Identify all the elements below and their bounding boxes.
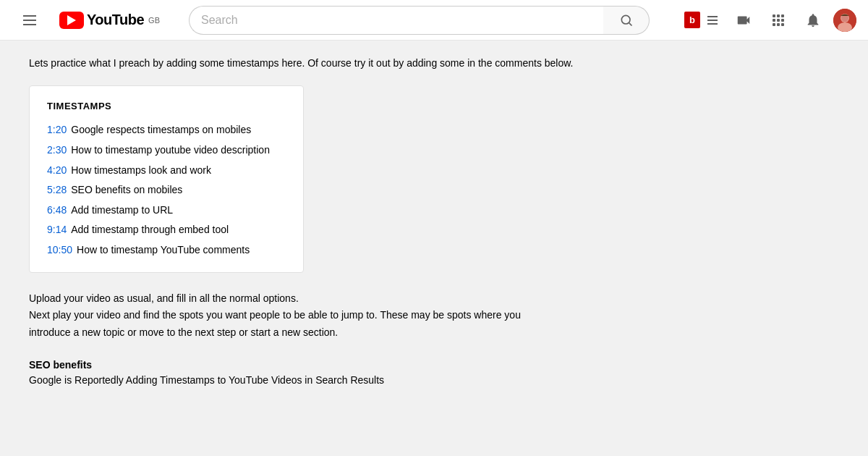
youtube-wordmark: YouTube bbox=[87, 12, 144, 28]
timestamp-item: 4:20How timestamps look and work bbox=[47, 164, 286, 178]
header: YouTubeGB b bbox=[0, 0, 868, 41]
timestamp-link[interactable]: 6:48 bbox=[47, 203, 67, 218]
seo-section: SEO benefits Google is Reportedly Adding… bbox=[29, 359, 839, 387]
camera-icon bbox=[736, 12, 752, 28]
header-left: YouTubeGB bbox=[12, 4, 160, 37]
timestamp-item: 9:14Add timestamp through embed tool bbox=[47, 223, 286, 237]
upload-button[interactable] bbox=[729, 6, 758, 35]
avatar-image bbox=[833, 9, 856, 32]
timestamp-description: Add timestamp through embed tool bbox=[71, 223, 229, 237]
timestamp-description: Add timestamp to URL bbox=[71, 203, 173, 218]
svg-line-1 bbox=[629, 22, 631, 25]
search-form bbox=[189, 6, 650, 35]
header-search bbox=[189, 6, 650, 35]
upload-instruction-line: Next play your video and find the spots … bbox=[29, 309, 521, 338]
timestamp-item: 6:48Add timestamp to URL bbox=[47, 203, 286, 218]
timestamp-item: 10:50How to timestamp YouTube comments bbox=[47, 243, 286, 258]
search-input[interactable] bbox=[189, 6, 603, 35]
hamburger-icon bbox=[17, 9, 42, 31]
grid-icon bbox=[773, 14, 784, 26]
subscriptions-button[interactable]: b bbox=[678, 6, 723, 35]
timestamp-link[interactable]: 4:20 bbox=[47, 164, 67, 178]
hamburger-menu-button[interactable] bbox=[12, 4, 48, 37]
timestamp-item: 2:30How to timestamp youtube video descr… bbox=[47, 143, 286, 158]
timestamp-description: How to timestamp YouTube comments bbox=[77, 243, 250, 258]
timestamp-link[interactable]: 2:30 bbox=[47, 143, 67, 158]
search-icon bbox=[619, 13, 634, 28]
upload-instruction-line: Upload your video as usual, and fill in … bbox=[29, 292, 299, 304]
timestamp-item: 1:20Google respects timestamps on mobile… bbox=[47, 123, 286, 138]
seo-link[interactable]: Google is Reportedly Adding Timestamps t… bbox=[29, 374, 384, 386]
apps-button[interactable] bbox=[764, 6, 793, 35]
timestamps-title: TIMESTAMPS bbox=[47, 101, 286, 111]
intro-description: Lets practice what I preach by adding so… bbox=[29, 55, 680, 71]
timestamp-description: How timestamps look and work bbox=[71, 164, 211, 178]
timestamp-link[interactable]: 1:20 bbox=[47, 123, 67, 138]
timestamp-description: SEO benefits on mobiles bbox=[71, 183, 182, 198]
notifications-button[interactable] bbox=[799, 6, 827, 35]
subscriptions-lines-icon bbox=[707, 16, 718, 25]
timestamp-list: 1:20Google respects timestamps on mobile… bbox=[47, 123, 286, 257]
svg-point-0 bbox=[621, 15, 630, 24]
youtube-logo[interactable]: YouTubeGB bbox=[59, 12, 160, 29]
timestamp-link[interactable]: 10:50 bbox=[47, 243, 72, 258]
bell-icon bbox=[805, 12, 821, 28]
timestamp-description: Google respects timestamps on mobiles bbox=[71, 123, 251, 138]
account-button[interactable] bbox=[833, 9, 856, 32]
main-content: Lets practice what I preach by adding so… bbox=[0, 41, 868, 401]
timestamps-box: TIMESTAMPS 1:20Google respects timestamp… bbox=[29, 85, 304, 272]
header-right: b bbox=[678, 6, 856, 35]
seo-title: SEO benefits bbox=[29, 359, 839, 371]
youtube-region: GB bbox=[148, 16, 160, 25]
timestamp-link[interactable]: 5:28 bbox=[47, 183, 67, 198]
upload-instructions: Upload your video as usual, and fill in … bbox=[29, 290, 564, 342]
search-button[interactable] bbox=[603, 6, 650, 35]
timestamp-item: 5:28SEO benefits on mobiles bbox=[47, 183, 286, 198]
timestamp-link[interactable]: 9:14 bbox=[47, 223, 67, 237]
avatar bbox=[833, 9, 856, 32]
timestamp-description: How to timestamp youtube video descripti… bbox=[71, 143, 270, 158]
subscribe-badge: b bbox=[684, 12, 700, 28]
youtube-play-icon bbox=[59, 12, 84, 29]
